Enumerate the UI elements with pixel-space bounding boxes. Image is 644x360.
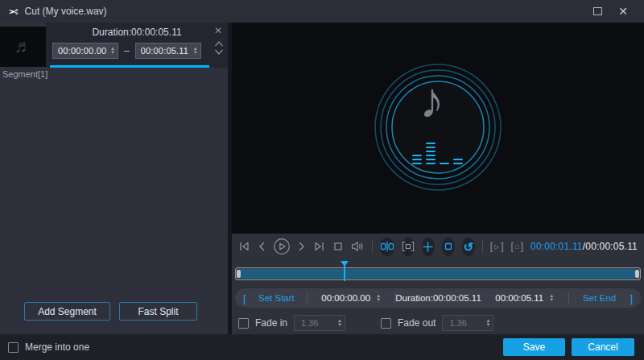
concentric-rings	[232, 23, 644, 234]
play-segment-button[interactable]: [▷]	[490, 241, 504, 252]
segment-end-input[interactable]: 00:00:05.11 ▲▼	[135, 43, 201, 59]
fast-split-button[interactable]: Fast Split	[119, 302, 197, 321]
footer-bar: Merge into one Save Cancel	[0, 334, 644, 360]
segment-thumbnail[interactable]: ♬	[0, 27, 46, 67]
play-segment-icon: ▷	[494, 243, 499, 250]
fade-in-input[interactable]: 1.36 ▲▼	[294, 315, 345, 331]
scissors-icon: ✂	[8, 6, 19, 18]
fade-out-label: Fade out	[398, 317, 436, 329]
copy-segment-button[interactable]	[442, 238, 455, 256]
play-icon	[273, 238, 291, 255]
fade-out-input[interactable]: 1.36 ▲▼	[442, 315, 493, 331]
remove-segment-icon[interactable]: ✕	[214, 25, 222, 36]
segment-label: Segment[1]	[2, 69, 47, 79]
fade-in-label: Fade in	[255, 317, 287, 329]
spinner-arrows[interactable]: ▲▼	[549, 294, 554, 302]
chevron-left-icon	[258, 241, 266, 252]
skip-to-start-button[interactable]	[238, 237, 250, 256]
skip-start-icon	[238, 241, 250, 252]
trim-start-handle[interactable]	[237, 270, 241, 278]
timeline-selection[interactable]	[241, 269, 635, 279]
playback-controls: ↺ [▷] [□] 00:00:01.11/00:00:05.11	[232, 234, 644, 334]
spinner-arrows[interactable]: ▲▼	[110, 47, 115, 55]
play-button[interactable]	[273, 237, 291, 256]
total-time: 00:00:05.11	[585, 241, 638, 252]
region-icon	[402, 241, 415, 252]
preview-panel: ♪	[232, 23, 644, 334]
merge-into-one-checkbox[interactable]	[8, 342, 19, 353]
add-segment-button[interactable]: Add Segment	[24, 302, 110, 321]
next-button[interactable]	[298, 237, 306, 256]
spinner-arrows[interactable]: ▲▼	[485, 319, 490, 327]
move-down-icon[interactable]	[214, 48, 224, 56]
cancel-button[interactable]: Cancel	[572, 338, 634, 356]
stop-icon	[332, 241, 344, 252]
music-note-icon: ♬	[14, 36, 32, 57]
range-dash: –	[124, 45, 130, 56]
reset-button[interactable]: ↺	[462, 238, 475, 256]
segment-panel: ♬ Segment[1] Duration:00:00:05.11 00:00:…	[0, 23, 228, 334]
segment-start-input[interactable]: 00:00:00.00 ▲▼	[52, 43, 118, 59]
window-title: Cut (My voice.wav)	[25, 6, 107, 17]
music-note-icon: ♪	[419, 76, 444, 126]
spinner-arrows[interactable]: ▲▼	[376, 294, 381, 302]
plus-icon	[422, 241, 434, 253]
close-button[interactable]: ✕	[618, 6, 628, 17]
toolbar-separator	[372, 240, 373, 253]
end-bracket-icon: ]	[630, 292, 633, 304]
set-end-button[interactable]: Set End	[569, 293, 630, 303]
player-toolbar: ↺ [▷] [□] 00:00:01.11/00:00:05.11	[238, 237, 638, 256]
toolbar-separator	[482, 240, 483, 253]
timeline	[235, 262, 641, 281]
fade-out-checkbox[interactable]	[381, 318, 391, 329]
trim-end-input[interactable]: 00:00:05.11 ▲▼	[481, 293, 568, 303]
previous-button[interactable]	[258, 237, 266, 256]
segment-active-underline	[50, 65, 209, 68]
speaker-icon	[351, 241, 365, 252]
reset-icon: ↺	[464, 241, 474, 253]
spinner-arrows[interactable]: ▲▼	[193, 47, 198, 55]
fade-in-checkbox[interactable]	[238, 318, 249, 329]
zoom-in-button[interactable]	[422, 238, 435, 256]
trim-bar: [ Set Start 00:00:00.00 ▲▼ Duration:00:0…	[235, 288, 641, 308]
playhead-line	[344, 261, 345, 281]
audio-preview: ♪	[232, 23, 644, 234]
skip-end-icon	[313, 241, 325, 252]
current-time: 00:00:01.11	[530, 241, 583, 252]
stop-segment-icon: □	[515, 243, 519, 250]
chevron-right-icon	[298, 241, 306, 252]
segment-duration: Duration:00:00:05.11	[46, 23, 228, 38]
save-button[interactable]: Save	[503, 338, 565, 356]
split-icon	[380, 241, 394, 252]
timeline-track[interactable]	[235, 267, 641, 280]
trim-start-input[interactable]: 00:00:00.00 ▲▼	[308, 293, 394, 303]
stop-button[interactable]	[332, 237, 344, 256]
equalizer-bars-icon	[412, 139, 465, 164]
merge-into-one-label: Merge into one	[25, 341, 89, 353]
segment-editor: Duration:00:00:05.11 00:00:00.00 ▲▼ – 00…	[46, 23, 228, 68]
trim-end-handle[interactable]	[635, 270, 639, 278]
volume-button[interactable]	[351, 237, 365, 256]
fade-controls: Fade in 1.36 ▲▼ Fade out 1.36 ▲▼	[238, 314, 638, 332]
set-start-button[interactable]: Set Start	[246, 293, 308, 303]
stop-segment-button[interactable]: [□]	[511, 241, 524, 252]
split-button[interactable]	[380, 238, 394, 256]
maximize-button[interactable]	[593, 7, 602, 15]
spinner-arrows[interactable]: ▲▼	[337, 319, 342, 327]
playhead[interactable]	[341, 261, 349, 282]
square-icon	[443, 241, 454, 252]
select-region-button[interactable]	[402, 238, 415, 256]
time-display: 00:00:01.11/00:00:05.11	[530, 241, 638, 252]
move-up-icon[interactable]	[214, 40, 224, 48]
skip-to-end-button[interactable]	[313, 237, 325, 256]
trim-duration: Duration:00:00:05.11	[395, 293, 481, 303]
title-bar: ✂ Cut (My voice.wav) ✕	[0, 0, 644, 23]
